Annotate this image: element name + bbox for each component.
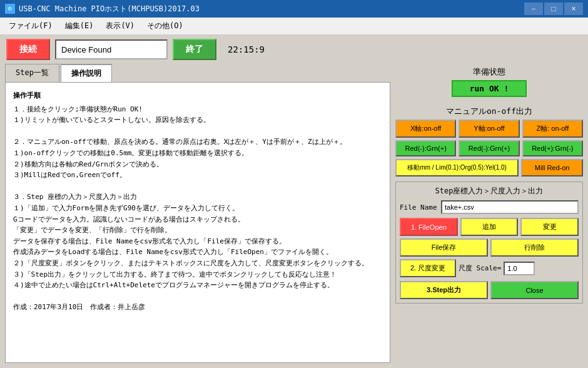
step-output-row: 3.Step出力 Close — [400, 281, 579, 299]
manual-row1: X軸:on-off Y軸:on-off Z軸: on-off — [395, 118, 583, 139]
delete-row-button[interactable]: 行削除 — [490, 238, 579, 257]
scale-section: 2. 尺度変更 尺度 Scale= — [400, 259, 579, 277]
z-axis-btn[interactable]: Z軸: on-off — [522, 120, 583, 138]
tab-instructions[interactable]: 操作説明 — [61, 64, 112, 82]
close-button-step[interactable]: Close — [490, 281, 579, 299]
manual-row2: Red(-):Grn(+) Red(-):Grn(+) Red(+):Grn(-… — [395, 139, 583, 158]
close-button[interactable]: × — [564, 3, 583, 15]
scale-input[interactable] — [504, 262, 535, 275]
y-axis-btn[interactable]: Y軸:on-off — [459, 120, 519, 138]
connect-button[interactable]: 接続 — [6, 39, 50, 60]
minimize-button[interactable]: － — [524, 3, 543, 15]
device-input[interactable] — [55, 39, 168, 59]
window-title: USB-CNC Machine PIOホスト(MCHPUSB)2017.03 — [19, 4, 524, 14]
move-mm-btn[interactable]: 移動mm / Lim(0.1):Org(0.5):Yel(1.0) — [395, 159, 519, 176]
status-section: 準備状態 run OK ! — [395, 64, 583, 100]
step-section-title: Step座標入力＞尺度入力＞出力 — [400, 186, 579, 197]
status-value: run OK ! — [452, 80, 527, 97]
instructions-title: 操作手順 — [13, 90, 382, 101]
menu-other[interactable]: その他(O) — [141, 18, 190, 34]
manual-section: マニュアルon-off出力 X軸:on-off Y軸:on-off Z軸: on… — [395, 103, 583, 178]
menu-bar: ファイル(F) 編集(E) 表示(V) その他(O) — [0, 18, 588, 35]
tab-content: 操作手順 １．接続をクリック;準備状態がRun OK! １)リミットが働いている… — [5, 82, 390, 363]
top-bar: 接続 終了 22:15:9 — [0, 35, 588, 64]
add-button[interactable]: 追加 — [460, 218, 519, 236]
x-dir-btn[interactable]: Red(-):Grn(+) — [395, 140, 456, 156]
main-content: 接続 終了 22:15:9 Step一覧 操作説明 操作手順 １．接続をクリック… — [0, 35, 588, 368]
tab-step-list[interactable]: Step一覧 — [5, 64, 59, 82]
right-panel: 準備状態 run OK ! マニュアルon-off出力 X軸:on-off Y軸… — [395, 64, 583, 363]
manual-row3: 移動mm / Lim(0.1):Org(0.5):Yel(1.0) Mill R… — [395, 158, 583, 178]
menu-file[interactable]: ファイル(F) — [3, 18, 59, 34]
scale-change-button[interactable]: 2. 尺度変更 — [400, 259, 456, 277]
manual-title: マニュアルon-off出力 — [395, 103, 583, 118]
step-output-button[interactable]: 3.Step出力 — [400, 281, 488, 299]
file-save-button[interactable]: File保存 — [400, 238, 488, 257]
time-display: 22:15:9 — [228, 44, 265, 54]
scale-label: 尺度 Scale= — [459, 263, 501, 273]
step-section: Step座標入力＞尺度入力＞出力 File Name 1. FileOpen 追… — [395, 181, 583, 304]
file-open-button[interactable]: 1. FileOpen — [400, 218, 458, 236]
file-save-row: File保存 行削除 — [400, 238, 579, 257]
file-label: File Name — [400, 203, 437, 212]
tab-bar: Step一覧 操作説明 — [5, 64, 390, 82]
maximize-button[interactable]: □ — [544, 3, 563, 15]
file-row: File Name — [400, 200, 579, 214]
menu-view[interactable]: 表示(V) — [99, 18, 141, 34]
file-name-input[interactable] — [441, 200, 579, 214]
status-label: 準備状態 — [395, 66, 583, 78]
title-bar: ⚙ USB-CNC Machine PIOホスト(MCHPUSB)2017.03… — [0, 0, 588, 18]
window-controls: － □ × — [524, 3, 583, 15]
change-button[interactable]: 変更 — [520, 218, 579, 236]
menu-edit[interactable]: 編集(E) — [59, 18, 100, 34]
x-axis-btn[interactable]: X軸:on-off — [395, 120, 456, 138]
file-action-row: 1. FileOpen 追加 変更 — [400, 218, 579, 236]
y-dir-btn[interactable]: Red(-):Grn(+) — [459, 140, 519, 156]
content-area: Step一覧 操作説明 操作手順 １．接続をクリック;準備状態がRun OK! … — [0, 64, 588, 368]
z-dir-btn[interactable]: Red(+):Grn(-) — [522, 140, 583, 156]
left-panel: Step一覧 操作説明 操作手順 １．接続をクリック;準備状態がRun OK! … — [5, 64, 390, 363]
end-button[interactable]: 終了 — [173, 39, 216, 60]
mill-btn[interactable]: Mill Red-on — [521, 159, 583, 176]
instructions-text: 操作手順 １．接続をクリック;準備状態がRun OK! １)リミットが働いている… — [13, 90, 382, 313]
app-icon: ⚙ — [5, 4, 15, 14]
